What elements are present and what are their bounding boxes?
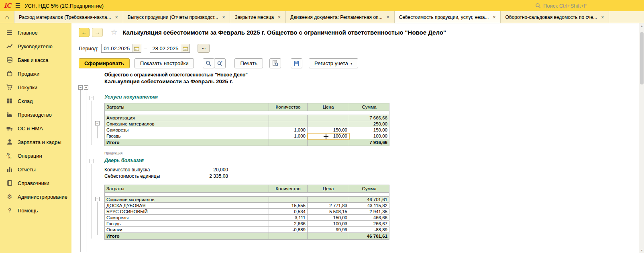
cell-name[interactable]: Списание материалов [105, 121, 269, 127]
cell-sum[interactable]: 43 115,82 [349, 203, 389, 209]
output-qty-value[interactable]: 20,000 [213, 167, 228, 173]
group-collapse-button[interactable]: − [78, 85, 83, 90]
cell-qty[interactable] [269, 115, 308, 121]
cell-total-label[interactable]: Итого [105, 233, 269, 240]
find-button[interactable] [203, 58, 214, 68]
print-button[interactable]: Печать [234, 58, 263, 68]
cell-name[interactable]: Саморезы [105, 215, 269, 221]
cell-name[interactable]: ДОСКА ДУБОВАЯ [105, 203, 269, 209]
cell-qty[interactable]: 3,111 [269, 215, 308, 221]
scroll-down-icon[interactable]: ▼ [639, 249, 644, 252]
cell-price[interactable] [308, 233, 349, 240]
unit-cost-value[interactable]: 2 335,08 [209, 173, 228, 179]
tab-dvizheniya-dokumenta[interactable]: Движения документа: Регламентная оп...× [286, 11, 395, 23]
cell-sum[interactable]: 150,00 [349, 127, 389, 133]
tab-close-icon[interactable]: × [601, 14, 604, 20]
cell-qty[interactable] [269, 233, 308, 240]
tab-zakrytie-mesyaca[interactable]: Закрытие месяца× [230, 11, 286, 23]
scrollbar-thumb[interactable] [640, 32, 644, 84]
cell-price[interactable] [308, 197, 349, 203]
group-collapse-button[interactable]: − [90, 96, 94, 100]
print-preview-button[interactable] [269, 58, 281, 68]
tab-close-icon[interactable]: × [492, 14, 496, 20]
sidebar-item-bank-i-kassa[interactable]: Банк и касса [0, 53, 71, 67]
cell-price[interactable]: 150,00 [308, 215, 349, 221]
cell-name[interactable]: Гвоздь [105, 221, 269, 227]
cell-sum[interactable]: 250,00 [349, 121, 389, 127]
period-from-input[interactable] [102, 45, 132, 51]
cell-qty[interactable]: 2,666 [269, 221, 308, 227]
cell-qty[interactable]: -0,889 [269, 227, 308, 233]
cell-name[interactable]: Списание материалов [105, 197, 269, 203]
tab-close-icon[interactable]: × [115, 14, 118, 20]
sidebar-item-otchety[interactable]: Отчеты [0, 162, 71, 176]
sidebar-item-pomoshch[interactable]: ? Помощь [0, 204, 71, 217]
cell-name[interactable]: Саморезы [105, 127, 269, 133]
sidebar-item-prodazhi[interactable]: Продажи [0, 67, 71, 80]
tab-rashod-materialov[interactable]: Расход материалов (Требования-накла...× [14, 11, 123, 23]
cell-qty[interactable] [269, 197, 308, 203]
cell-price[interactable]: 100,03 [308, 221, 349, 227]
calendar-button[interactable] [181, 44, 190, 52]
cell-price[interactable]: 150,00 [308, 127, 349, 133]
cell-total-sum[interactable]: 7 916,66 [349, 139, 389, 146]
tab-vypusk-produkcii[interactable]: Выпуск продукции (Отчеты производст...× [123, 11, 230, 23]
forward-button[interactable]: → [92, 28, 103, 37]
sidebar-item-rukovoditelyu[interactable]: Руководителю [0, 39, 71, 53]
cell-sum[interactable]: 266,67 [349, 221, 389, 227]
cell-qty[interactable]: 1,000 [269, 133, 308, 139]
sidebar-item-sklad[interactable]: Склад [0, 94, 71, 108]
group-collapse-button[interactable]: − [90, 159, 94, 163]
period-more-button[interactable]: ... [198, 44, 210, 53]
main-menu-icon[interactable]: ☰ [15, 2, 20, 9]
period-to-input[interactable] [150, 45, 181, 51]
home-tab[interactable]: ⌂ [0, 11, 14, 23]
cell-qty[interactable] [269, 139, 308, 146]
cell-sum[interactable]: 46 701,61 [349, 197, 389, 203]
cell-sum[interactable]: -88,89 [349, 227, 389, 233]
vertical-scrollbar[interactable]: ▲ ▼ [639, 23, 644, 253]
cell-sum[interactable]: 2 941,35 [349, 209, 389, 215]
cell-sum[interactable]: 100,00 [349, 133, 389, 139]
tab-close-icon[interactable]: × [277, 14, 281, 20]
cell-qty[interactable] [269, 121, 308, 127]
cell-total-label[interactable]: Итого [105, 139, 269, 146]
tab-sebestoimost[interactable]: Себестоимость продукции, услуг, неза...× [395, 11, 501, 23]
cell-sum[interactable]: 7 666,66 [349, 115, 389, 121]
cell-total-sum[interactable]: 46 701,61 [349, 233, 389, 240]
show-settings-button[interactable]: Показать настройки [135, 58, 194, 68]
generate-button[interactable]: Сформировать [79, 58, 130, 68]
group-collapse-button[interactable]: − [95, 197, 100, 201]
tab-close-icon[interactable]: × [222, 14, 225, 20]
cell-price[interactable]: 99,99 [308, 227, 349, 233]
cell-name[interactable]: БРУС ОСИНОВЫЙ [105, 209, 269, 215]
sidebar-item-glavnoe[interactable]: Главное [0, 26, 71, 39]
cell-qty[interactable]: 0,534 [269, 209, 308, 215]
cell-qty[interactable]: 15,555 [269, 203, 308, 209]
sidebar-item-zarplata-i-kadry[interactable]: Зарплата и кадры [0, 135, 71, 149]
sidebar-item-proizvodstvo[interactable]: Производство [0, 108, 71, 121]
cell-name[interactable]: Гвоздь [105, 133, 269, 139]
register-dropdown-button[interactable]: Регистр учета▾ [309, 58, 358, 68]
group-collapse-button[interactable]: − [95, 121, 100, 125]
cell-sum[interactable]: 466,66 [349, 215, 389, 221]
tab-close-icon[interactable]: × [386, 14, 390, 20]
cell-price[interactable]: 2 771,83 [308, 203, 349, 209]
sidebar-item-spravochniki[interactable]: Справочники [0, 176, 71, 190]
sidebar-item-administrirovanie[interactable]: ⚙ Администрирование [0, 190, 71, 204]
find-next-button[interactable] [214, 58, 226, 68]
save-button[interactable] [291, 58, 302, 68]
group-collapse-button[interactable]: − [84, 85, 88, 90]
tab-osv[interactable]: Оборотно-сальдовая ведомость по сче...× [501, 11, 609, 23]
cell-name[interactable]: Опилки [105, 227, 269, 233]
calendar-button[interactable] [132, 44, 141, 52]
cell-qty[interactable]: 1,000 [269, 127, 308, 133]
sidebar-item-os-i-nma[interactable]: ОС и НМА [0, 121, 71, 135]
back-button[interactable]: ← [79, 28, 90, 37]
favorite-star-icon[interactable]: ☆ [111, 28, 117, 37]
cell-price[interactable]: 5 508,15 [308, 209, 349, 215]
cell-price[interactable] [308, 121, 349, 127]
cell-price[interactable] [308, 115, 349, 121]
sidebar-item-operatsii[interactable]: ДтКт Операции [0, 149, 71, 162]
cell-price[interactable] [308, 139, 349, 146]
